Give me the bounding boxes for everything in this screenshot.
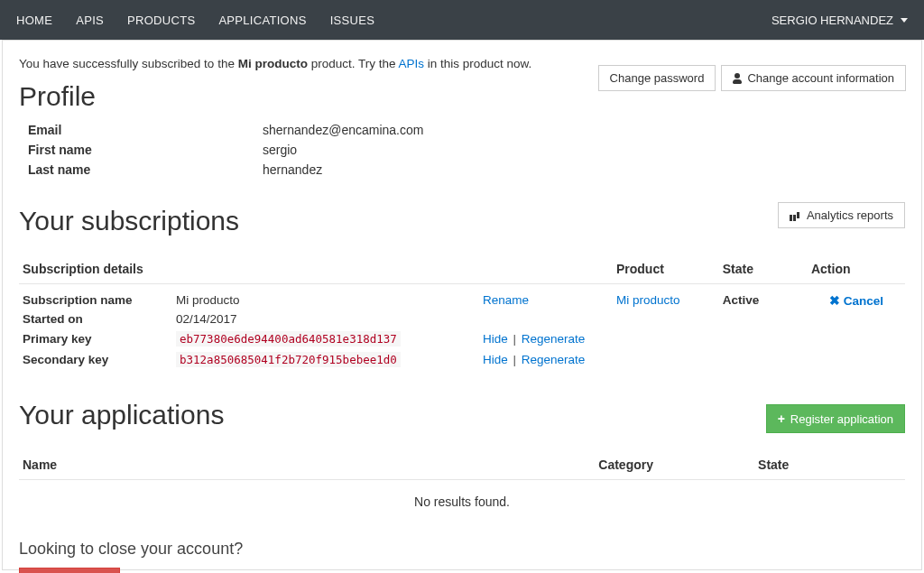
plus-icon: + (778, 411, 785, 426)
change-account-label: Change account information (747, 71, 894, 85)
col-product: Product (613, 254, 719, 284)
lastname-label: Last name (28, 162, 263, 177)
started-on-label: Started on (23, 312, 176, 326)
nav-applications[interactable]: APPLICATIONS (218, 14, 306, 27)
email-label: Email (28, 123, 263, 137)
applications-table: Name Category State No results found. (19, 450, 905, 523)
change-account-button[interactable]: Change account information (721, 65, 906, 91)
secondary-regenerate-link[interactable]: Regenerate (522, 353, 586, 366)
rename-link[interactable]: Rename (483, 293, 529, 307)
col-subscription-details: Subscription details (19, 254, 613, 284)
subscription-name-value: Mi producto (176, 293, 483, 307)
analytics-reports-button[interactable]: Analytics reports (778, 202, 905, 228)
change-password-button[interactable]: Change password (598, 65, 716, 91)
subscription-state: Active (723, 293, 760, 307)
success-post: in this product now. (424, 57, 531, 70)
firstname-value: sergio (263, 143, 905, 157)
close-account-button[interactable]: Close account (19, 568, 120, 573)
nav-apis[interactable]: APIS (76, 14, 104, 27)
cancel-icon: ✖ (829, 293, 840, 308)
nav-user-name: SERGIO HERNANDEZ (772, 14, 893, 27)
col-state: State (719, 254, 808, 284)
success-apis-link[interactable]: APIs (398, 57, 424, 70)
started-on-value: 02/14/2017 (176, 312, 483, 326)
subscription-name-label: Subscription name (23, 293, 176, 307)
page-body: Change password Change account informati… (2, 40, 922, 570)
primary-key-value: eb77380e6de94400ad640581e318d137 (176, 331, 401, 347)
register-application-button[interactable]: + Register application (766, 404, 905, 433)
caret-down-icon (901, 18, 908, 23)
close-account-question: Looking to close your account? (19, 540, 905, 559)
firstname-label: First name (28, 143, 263, 157)
cancel-subscription-link[interactable]: ✖ Cancel (829, 293, 883, 308)
primary-hide-link[interactable]: Hide (483, 332, 508, 346)
applications-header: Your applications + Register application (19, 396, 905, 441)
email-value: shernandez@encamina.com (263, 123, 905, 137)
lastname-value: hernandez (263, 162, 905, 177)
user-icon (733, 73, 742, 84)
nav-products[interactable]: PRODUCTS (127, 14, 195, 27)
no-results: No results found. (19, 480, 905, 524)
subscriptions-title: Your subscriptions (19, 206, 239, 236)
profile-top-actions: Change password Change account informati… (598, 65, 906, 91)
apps-col-category: Category (595, 450, 754, 480)
apps-col-state: State (754, 450, 905, 480)
apps-empty-row: No results found. (19, 480, 905, 524)
subscriptions-table: Subscription details Product State Actio… (19, 254, 905, 371)
top-navigation: HOME APIS PRODUCTS APPLICATIONS ISSUES S… (0, 0, 924, 40)
secondary-key-label: Secondary key (23, 353, 176, 366)
success-pre: You have successfully subscribed to the (19, 57, 238, 70)
primary-regenerate-link[interactable]: Regenerate (522, 332, 586, 346)
subscription-row: Subscription name Mi producto Rename Sta… (19, 284, 905, 372)
subscriptions-header: Your subscriptions Analytics reports (19, 202, 905, 247)
register-label: Register application (790, 412, 893, 426)
close-account-section: Looking to close your account? Close acc… (19, 540, 905, 573)
pipe: | (513, 332, 517, 346)
profile-grid: Email shernandez@encamina.com First name… (19, 123, 905, 177)
nav-left: HOME APIS PRODUCTS APPLICATIONS ISSUES (16, 14, 374, 27)
applications-title: Your applications (19, 400, 224, 430)
secondary-key-value: b312a850685041f2b720f915bebee1d0 (176, 352, 401, 367)
col-action: Action (808, 254, 905, 284)
analytics-icon (790, 208, 801, 222)
subscription-details-grid: Subscription name Mi producto Rename Sta… (23, 293, 609, 367)
nav-issues[interactable]: ISSUES (330, 14, 374, 27)
success-product: Mi producto (238, 57, 308, 70)
nav-home[interactable]: HOME (16, 14, 52, 27)
secondary-hide-link[interactable]: Hide (483, 353, 508, 366)
primary-key-label: Primary key (23, 332, 176, 346)
nav-user-menu[interactable]: SERGIO HERNANDEZ (772, 14, 908, 27)
subscription-product-link[interactable]: Mi producto (616, 293, 680, 307)
apps-col-name: Name (19, 450, 595, 480)
cancel-label: Cancel (844, 294, 883, 308)
success-mid: product. Try the (308, 57, 399, 70)
analytics-label: Analytics reports (807, 208, 893, 222)
pipe: | (513, 353, 517, 366)
